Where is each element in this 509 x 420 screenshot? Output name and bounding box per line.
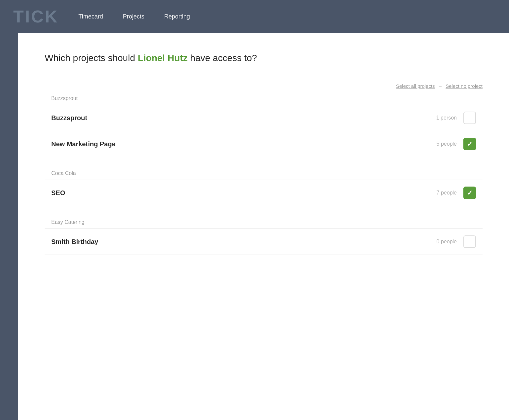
client-group-2: Easy CateringSmith Birthday0 people✓	[45, 219, 483, 255]
select-controls: Select all projects – Select no project	[45, 83, 483, 89]
project-checkbox[interactable]: ✓	[463, 138, 476, 150]
project-checkbox[interactable]: ✓	[463, 112, 476, 124]
checkmark-icon: ✓	[467, 141, 473, 147]
navbar: TICK TimecardProjectsReporting	[0, 0, 509, 33]
client-name-1: Coca Cola	[45, 170, 483, 176]
table-row[interactable]: Buzzsprout1 person✓	[45, 105, 483, 131]
nav-link-reporting[interactable]: Reporting	[164, 13, 190, 20]
app-logo: TICK	[13, 7, 59, 26]
client-group-0: BuzzsproutBuzzsprout1 person✓New Marketi…	[45, 95, 483, 157]
checkmark-icon: ✓	[467, 190, 473, 196]
project-people-count: 1 person	[436, 115, 457, 121]
project-people-count: 5 people	[437, 141, 457, 147]
table-row[interactable]: Smith Birthday0 people✓	[45, 228, 483, 255]
title-person: Lionel Hutz	[138, 53, 188, 63]
separator: –	[439, 83, 442, 89]
nav-link-projects[interactable]: Projects	[123, 13, 144, 20]
project-name: Smith Birthday	[51, 238, 437, 246]
page-title: Which projects should Lionel Hutz have a…	[45, 53, 483, 63]
project-checkbox[interactable]: ✓	[463, 235, 476, 248]
client-group-1: Coca ColaSEO7 people✓	[45, 170, 483, 206]
project-people-count: 0 people	[437, 239, 457, 245]
project-name: Buzzsprout	[51, 114, 436, 122]
project-name: SEO	[51, 189, 437, 197]
title-after: have access to?	[188, 53, 257, 63]
client-name-0: Buzzsprout	[45, 95, 483, 101]
title-before: Which projects should	[45, 53, 138, 63]
project-list: BuzzsproutBuzzsprout1 person✓New Marketi…	[45, 95, 483, 255]
select-all-link[interactable]: Select all projects	[396, 83, 435, 89]
client-name-2: Easy Catering	[45, 219, 483, 225]
nav-link-timecard[interactable]: Timecard	[78, 13, 103, 20]
content-wrapper: Which projects should Lionel Hutz have a…	[18, 33, 509, 420]
project-name: New Marketing Page	[51, 140, 437, 148]
select-none-link[interactable]: Select no project	[446, 83, 483, 89]
project-checkbox[interactable]: ✓	[463, 187, 476, 199]
nav-links: TimecardProjectsReporting	[78, 13, 190, 20]
table-row[interactable]: New Marketing Page5 people✓	[45, 131, 483, 157]
project-people-count: 7 people	[437, 190, 457, 196]
table-row[interactable]: SEO7 people✓	[45, 180, 483, 206]
